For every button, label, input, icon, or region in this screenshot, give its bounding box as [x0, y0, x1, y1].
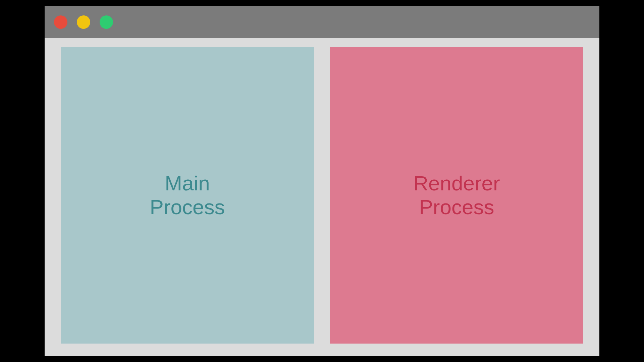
main-process-label: Main Process: [150, 171, 225, 219]
window-minimize-button[interactable]: [77, 15, 90, 29]
window-titlebar: [45, 6, 599, 38]
renderer-process-label: Renderer Process: [413, 171, 500, 219]
window-close-button[interactable]: [54, 15, 67, 29]
renderer-process-panel: Renderer Process: [330, 47, 583, 344]
main-process-panel: Main Process: [61, 47, 314, 344]
window-maximize-button[interactable]: [100, 15, 113, 29]
diagram-window: Main Process Renderer Process: [45, 6, 599, 356]
window-content: Main Process Renderer Process: [45, 38, 599, 356]
